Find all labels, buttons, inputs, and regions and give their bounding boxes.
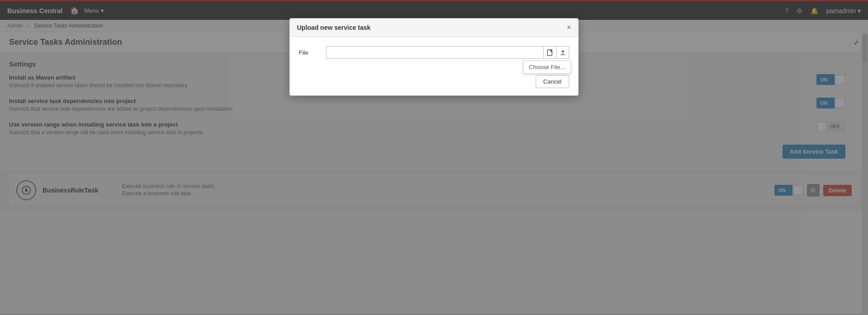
modal-title: Upload new service task <box>297 24 371 31</box>
modal-overlay: Upload new service task × File <box>0 0 868 314</box>
file-text-input[interactable] <box>326 46 544 59</box>
modal-body: File <box>290 37 578 71</box>
file-input-group: Choose File... <box>326 46 569 59</box>
choose-file-tooltip[interactable]: Choose File... <box>523 61 571 74</box>
cancel-button[interactable]: Cancel <box>536 75 569 88</box>
choose-file-label: Choose File... <box>529 64 565 71</box>
upload-modal: Upload new service task × File <box>289 18 579 96</box>
file-label: File <box>299 49 326 56</box>
modal-header: Upload new service task × <box>290 19 578 37</box>
modal-close-button[interactable]: × <box>567 24 571 31</box>
file-browse-icon-button[interactable] <box>544 46 557 59</box>
file-upload-button[interactable] <box>557 46 569 59</box>
file-form-row: File <box>299 46 569 59</box>
modal-footer: Cancel <box>290 71 578 95</box>
